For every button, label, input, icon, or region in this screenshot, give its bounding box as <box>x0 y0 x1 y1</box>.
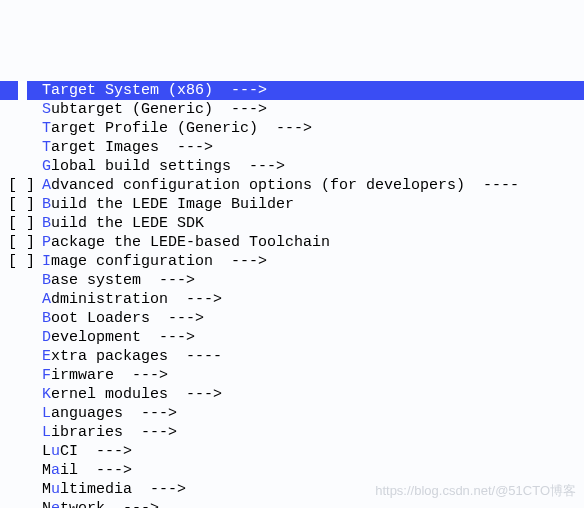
menu-item-14[interactable]: Extra packages ---- <box>0 347 584 366</box>
menu-item-7[interactable]: [ ]Build the LEDE SDK <box>0 214 584 233</box>
menu-item-label: Target System (x86) ---> <box>42 81 584 100</box>
menu-item-prefix <box>0 138 42 157</box>
menu-item-prefix <box>0 271 42 290</box>
menu-item-label: Development ---> <box>42 328 584 347</box>
menu-item-label: Multimedia ---> <box>42 480 584 499</box>
menu-item-label: Extra packages ---- <box>42 347 584 366</box>
menu-item-prefix <box>0 404 42 423</box>
menu-item-19[interactable]: LuCI ---> <box>0 442 584 461</box>
menu-item-label: Global build settings ---> <box>42 157 584 176</box>
menu-item-prefix[interactable]: [ ] <box>0 233 42 252</box>
menu-item-prefix <box>0 347 42 366</box>
menu-item-label: Languages ---> <box>42 404 584 423</box>
menu-item-6[interactable]: [ ]Build the LEDE Image Builder <box>0 195 584 214</box>
menu-item-label: Network ---> <box>42 499 584 508</box>
menu-item-17[interactable]: Languages ---> <box>0 404 584 423</box>
menu-item-label: Advanced configuration options (for deve… <box>42 176 584 195</box>
menu-item-label: LuCI ---> <box>42 442 584 461</box>
menu-item-18[interactable]: Libraries ---> <box>0 423 584 442</box>
menu-item-label: Build the LEDE SDK <box>42 214 584 233</box>
menu-item-label: Base system ---> <box>42 271 584 290</box>
menu-item-label: Package the LEDE-based Toolchain <box>42 233 584 252</box>
menu-item-11[interactable]: Administration ---> <box>0 290 584 309</box>
menu-item-prefix <box>0 309 42 328</box>
menu-item-2[interactable]: Target Profile (Generic) ---> <box>0 119 584 138</box>
menu-item-label: Target Profile (Generic) ---> <box>42 119 584 138</box>
menu-item-prefix <box>0 328 42 347</box>
menu-item-prefix <box>0 480 42 499</box>
menu-item-20[interactable]: Mail ---> <box>0 461 584 480</box>
menu-item-prefix <box>0 385 42 404</box>
menu-item-3[interactable]: Target Images ---> <box>0 138 584 157</box>
menu-item-label: Image configuration ---> <box>42 252 584 271</box>
menu-item-4[interactable]: Global build settings ---> <box>0 157 584 176</box>
menu-item-label: Libraries ---> <box>42 423 584 442</box>
menu-item-5[interactable]: [ ]Advanced configuration options (for d… <box>0 176 584 195</box>
menu-item-prefix <box>0 119 42 138</box>
menu-item-prefix <box>0 366 42 385</box>
menu-item-prefix <box>0 461 42 480</box>
menu-item-15[interactable]: Firmware ---> <box>0 366 584 385</box>
menu-item-label: Kernel modules ---> <box>42 385 584 404</box>
menu-item-9[interactable]: [ ]Image configuration ---> <box>0 252 584 271</box>
menu-item-prefix[interactable]: [ ] <box>0 252 42 271</box>
selected-prefix <box>0 81 42 100</box>
menu-item-16[interactable]: Kernel modules ---> <box>0 385 584 404</box>
menu-item-prefix <box>0 157 42 176</box>
menu-item-label: Firmware ---> <box>42 366 584 385</box>
menu-item-1[interactable]: Subtarget (Generic) ---> <box>0 100 584 119</box>
menu-item-12[interactable]: Boot Loaders ---> <box>0 309 584 328</box>
menu-item-label: Boot Loaders ---> <box>42 309 584 328</box>
menu-item-prefix <box>0 499 42 508</box>
menu-item-13[interactable]: Development ---> <box>0 328 584 347</box>
menu-item-label: Mail ---> <box>42 461 584 480</box>
menu-item-prefix <box>0 100 42 119</box>
menu-item-label: Build the LEDE Image Builder <box>42 195 584 214</box>
menu-item-8[interactable]: [ ]Package the LEDE-based Toolchain <box>0 233 584 252</box>
menu-item-prefix <box>0 290 42 309</box>
menu-item-label: Subtarget (Generic) ---> <box>42 100 584 119</box>
menu-item-0[interactable]: Target System (x86) ---> <box>0 81 584 100</box>
menu-item-10[interactable]: Base system ---> <box>0 271 584 290</box>
menu-item-prefix[interactable]: [ ] <box>0 176 42 195</box>
menu-item-label: Administration ---> <box>42 290 584 309</box>
menu-item-22[interactable]: Network ---> <box>0 499 584 508</box>
menu-item-prefix <box>0 423 42 442</box>
menu-item-prefix[interactable]: [ ] <box>0 195 42 214</box>
menu-item-label: Target Images ---> <box>42 138 584 157</box>
menu-item-21[interactable]: Multimedia ---> <box>0 480 584 499</box>
menuconfig-list: Target System (x86) ---> Subtarget (Gene… <box>0 81 584 508</box>
menu-item-prefix[interactable]: [ ] <box>0 214 42 233</box>
menu-item-prefix <box>0 442 42 461</box>
